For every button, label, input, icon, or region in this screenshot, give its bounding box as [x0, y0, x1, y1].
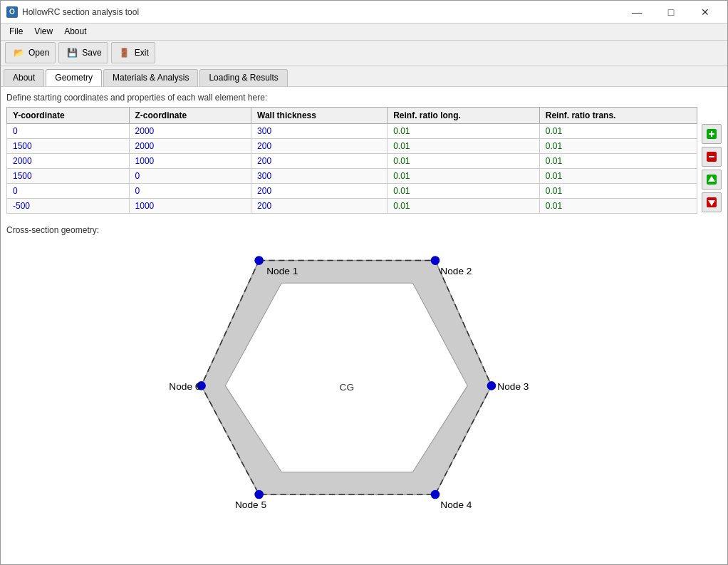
tab-geometry[interactable]: Geometry	[46, 69, 102, 86]
table-row[interactable]: 0 0 200 0.01 0.01	[7, 183, 697, 198]
table-row[interactable]: 0 2000 300 0.01 0.01	[7, 123, 697, 138]
cg-label: CG	[340, 382, 355, 393]
node-5-dot	[254, 490, 264, 499]
node-2-dot	[431, 256, 440, 265]
table-area: Y-coordinate Z-coordinate Wall thickness…	[6, 107, 722, 217]
tabbar: About Geometry Materials & Analysis Load…	[1, 66, 727, 87]
app-window: O HollowRC section analysis tool — □ ✕ F…	[0, 0, 728, 565]
save-button[interactable]: 💾 Save	[58, 42, 108, 63]
cross-section-label: Cross-section geometry:	[6, 225, 722, 235]
cell-y[interactable]: -500	[7, 198, 130, 213]
geometry-canvas: CG Node 1 Node 2 Node 3 Node 4	[6, 238, 722, 523]
geometry-table: Y-coordinate Z-coordinate Wall thickness…	[6, 107, 697, 214]
exit-icon: 🚪	[118, 46, 132, 60]
add-row-button[interactable]	[702, 124, 722, 144]
col-rt: Reinf. ratio trans.	[539, 107, 697, 123]
cell-z[interactable]: 0	[129, 168, 251, 183]
cell-rl[interactable]: 0.01	[388, 123, 540, 138]
menu-about[interactable]: About	[58, 25, 92, 38]
cell-rt[interactable]: 0.01	[539, 168, 697, 183]
cell-z[interactable]: 2000	[129, 138, 251, 153]
col-t: Wall thickness	[251, 107, 388, 123]
cell-z[interactable]: 0	[129, 183, 251, 198]
col-y: Y-coordinate	[7, 107, 130, 123]
minimize-button[interactable]: —	[620, 1, 653, 24]
cell-rl[interactable]: 0.01	[388, 138, 540, 153]
cell-z[interactable]: 2000	[129, 123, 251, 138]
table-buttons	[702, 124, 722, 212]
tab-about[interactable]: About	[4, 69, 44, 86]
cell-y[interactable]: 1500	[7, 168, 130, 183]
open-button[interactable]: 📂 Open	[5, 42, 56, 63]
cell-rl[interactable]: 0.01	[388, 183, 540, 198]
close-button[interactable]: ✕	[689, 1, 722, 24]
remove-row-button[interactable]	[702, 147, 722, 167]
cell-y[interactable]: 2000	[7, 153, 130, 168]
save-label: Save	[82, 48, 101, 58]
cross-section-svg: CG Node 1 Node 2 Node 3 Node 4	[108, 238, 620, 523]
menubar: File View About	[1, 24, 727, 41]
node-4-label: Node 4	[440, 499, 472, 510]
cell-y[interactable]: 0	[7, 183, 130, 198]
cell-y[interactable]: 1500	[7, 138, 130, 153]
cell-t[interactable]: 200	[251, 153, 388, 168]
table-row[interactable]: 1500 0 300 0.01 0.01	[7, 168, 697, 183]
move-up-button[interactable]	[702, 170, 722, 190]
cell-rt[interactable]: 0.01	[539, 153, 697, 168]
window-title: HollowRC section analysis tool	[22, 7, 620, 17]
tab-materials[interactable]: Materials & Analysis	[103, 69, 198, 86]
window-controls: — □ ✕	[620, 1, 722, 24]
node-2-label: Node 2	[440, 265, 472, 276]
cell-t[interactable]: 300	[251, 123, 388, 138]
cell-t[interactable]: 300	[251, 168, 388, 183]
node-3-label: Node 3	[497, 381, 529, 392]
app-icon: O	[6, 6, 18, 18]
titlebar: O HollowRC section analysis tool — □ ✕	[1, 1, 727, 24]
cell-rt[interactable]: 0.01	[539, 123, 697, 138]
tab-loading[interactable]: Loading & Results	[199, 69, 287, 86]
open-icon: 📂	[11, 46, 26, 60]
exit-button[interactable]: 🚪 Exit	[111, 42, 155, 63]
exit-label: Exit	[135, 48, 149, 58]
cell-rl[interactable]: 0.01	[388, 168, 540, 183]
cell-rl[interactable]: 0.01	[388, 153, 540, 168]
node-5-label: Node 5	[235, 499, 266, 510]
node-1-dot	[254, 256, 264, 265]
table-row[interactable]: 1500 2000 200 0.01 0.01	[7, 138, 697, 153]
geometry-section: Cross-section geometry: CG	[6, 225, 722, 523]
save-icon: 💾	[65, 46, 79, 60]
cell-t[interactable]: 200	[251, 138, 388, 153]
menu-file[interactable]: File	[4, 25, 28, 38]
main-content: Define starting coordinates and properti…	[1, 87, 727, 564]
menu-view[interactable]: View	[28, 25, 58, 38]
table-row[interactable]: -500 1000 200 0.01 0.01	[7, 198, 697, 213]
col-z: Z-coordinate	[129, 107, 251, 123]
cell-t[interactable]: 200	[251, 198, 388, 213]
cell-rt[interactable]: 0.01	[539, 138, 697, 153]
node-1-label: Node 1	[266, 265, 298, 276]
move-down-button[interactable]	[702, 192, 722, 212]
cell-rt[interactable]: 0.01	[539, 198, 697, 213]
col-rl: Reinf. ratio long.	[388, 107, 540, 123]
geometry-description: Define starting coordinates and properti…	[6, 93, 722, 103]
cell-z[interactable]: 1000	[129, 198, 251, 213]
maximize-button[interactable]: □	[655, 1, 687, 24]
node-4-dot	[431, 490, 440, 499]
node-3-dot	[487, 381, 496, 390]
window-body: File View About 📂 Open 💾 Save 🚪 Exit Abo…	[1, 24, 727, 564]
open-label: Open	[28, 48, 49, 58]
toolbar: 📂 Open 💾 Save 🚪 Exit	[1, 41, 727, 66]
cell-rl[interactable]: 0.01	[388, 198, 540, 213]
cell-z[interactable]: 1000	[129, 153, 251, 168]
cell-t[interactable]: 200	[251, 183, 388, 198]
cell-rt[interactable]: 0.01	[539, 183, 697, 198]
node-6-label: Node 6	[169, 381, 200, 392]
table-row[interactable]: 2000 1000 200 0.01 0.01	[7, 153, 697, 168]
cell-y[interactable]: 0	[7, 123, 130, 138]
